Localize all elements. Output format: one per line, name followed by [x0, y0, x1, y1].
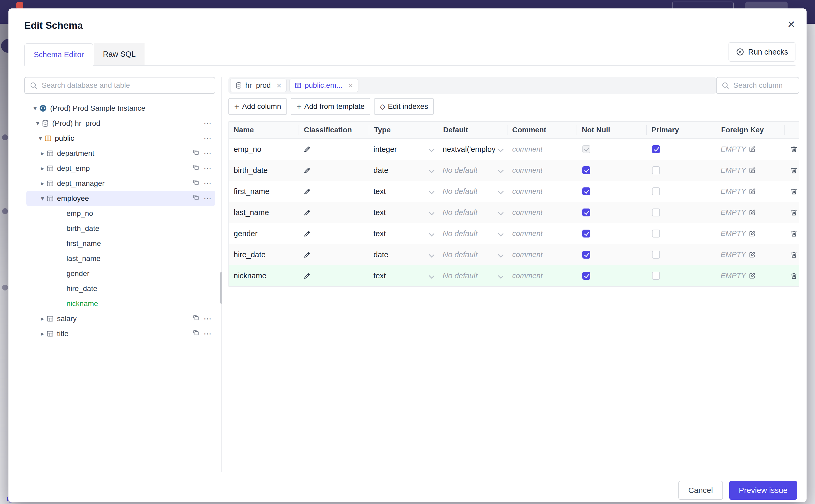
default-select[interactable]: No default — [438, 244, 507, 265]
type-select[interactable]: date — [369, 160, 438, 181]
more-icon[interactable]: ⋯ — [204, 194, 212, 203]
more-icon[interactable]: ⋯ — [204, 314, 212, 323]
copy-icon[interactable] — [192, 149, 199, 158]
default-select[interactable]: nextval('employ — [438, 139, 507, 160]
caret-right-icon[interactable]: ▸ — [38, 180, 46, 187]
run-checks-button[interactable]: Run checks — [729, 42, 795, 62]
type-select[interactable]: text — [369, 202, 438, 223]
tree-item-column[interactable]: birth_date — [24, 221, 215, 236]
type-select[interactable]: date — [369, 244, 438, 265]
tree-item-instance[interactable]: ▾ (Prod) Prod Sample Instance — [24, 101, 215, 116]
tree-item-table[interactable]: ▸ dept_manager ⋯ — [24, 176, 215, 191]
caret-right-icon[interactable]: ▸ — [38, 315, 46, 322]
close-icon[interactable]: × — [788, 18, 795, 31]
default-select[interactable]: No default — [438, 181, 507, 202]
edit-pencil-icon[interactable] — [303, 187, 311, 195]
caret-down-icon[interactable]: ▾ — [36, 134, 44, 142]
tree-item-column[interactable]: emp_no — [24, 206, 215, 221]
primary-checkbox[interactable] — [652, 209, 660, 216]
column-name-cell[interactable]: hire_date — [229, 250, 298, 259]
tab-raw-sql[interactable]: Raw SQL — [94, 43, 144, 65]
caret-down-icon[interactable]: ▾ — [38, 195, 46, 202]
type-select[interactable]: text — [369, 265, 438, 286]
more-icon[interactable]: ⋯ — [204, 329, 212, 338]
not-null-checkbox[interactable] — [582, 209, 590, 216]
column-name-cell[interactable]: emp_no — [229, 145, 298, 154]
not-null-checkbox[interactable] — [582, 145, 590, 153]
tree-item-column[interactable]: first_name — [24, 236, 215, 251]
copy-icon[interactable] — [192, 179, 199, 188]
tree-item-database[interactable]: ▾ (Prod) hr_prod ⋯ — [24, 116, 215, 131]
tree-item-column[interactable]: gender — [24, 266, 215, 281]
primary-checkbox[interactable] — [652, 166, 660, 174]
edit-square-icon[interactable] — [749, 272, 756, 279]
close-icon[interactable]: × — [277, 81, 282, 90]
edit-indexes-button[interactable]: ◇ Edit indexes — [374, 98, 434, 115]
default-select[interactable]: No default — [438, 223, 507, 244]
edit-square-icon[interactable] — [749, 167, 756, 174]
more-icon[interactable]: ⋯ — [204, 134, 212, 143]
tree-item-table[interactable]: ▸ department ⋯ — [24, 146, 215, 161]
type-select[interactable]: text — [369, 181, 438, 202]
not-null-checkbox[interactable] — [582, 166, 590, 174]
default-select[interactable]: No default — [438, 202, 507, 223]
type-select[interactable]: integer — [369, 139, 438, 160]
tree-item-column[interactable]: hire_date — [24, 281, 215, 296]
column-name-cell[interactable]: gender — [229, 229, 298, 238]
default-select[interactable]: No default — [438, 160, 507, 181]
tree-item-table-selected[interactable]: ▾ employee ⋯ — [26, 191, 215, 206]
tab-schema-editor[interactable]: Schema Editor — [24, 43, 93, 66]
cancel-button[interactable]: Cancel — [678, 481, 723, 500]
edit-pencil-icon[interactable] — [303, 272, 311, 280]
tree-item-table[interactable]: ▸ title ⋯ — [24, 326, 215, 341]
caret-down-icon[interactable]: ▾ — [31, 104, 39, 112]
primary-checkbox[interactable] — [652, 251, 660, 259]
close-icon[interactable]: × — [348, 81, 353, 90]
divider-handle[interactable] — [220, 272, 222, 304]
edit-pencil-icon[interactable] — [303, 209, 311, 216]
copy-icon[interactable] — [192, 314, 199, 323]
edit-pencil-icon[interactable] — [303, 166, 311, 174]
caret-right-icon[interactable]: ▸ — [38, 164, 46, 172]
add-column-button[interactable]: + Add column — [228, 98, 287, 115]
tree-item-column[interactable]: last_name — [24, 251, 215, 266]
primary-checkbox[interactable] — [652, 272, 660, 280]
comment-input[interactable] — [512, 271, 566, 280]
tree-search-input[interactable] — [24, 77, 215, 94]
column-name-cell[interactable]: first_name — [229, 187, 298, 196]
caret-right-icon[interactable]: ▸ — [38, 149, 46, 157]
caret-down-icon[interactable]: ▾ — [34, 119, 42, 127]
tree-item-table[interactable]: ▸ dept_emp ⋯ — [24, 161, 215, 176]
copy-icon[interactable] — [192, 164, 199, 173]
primary-checkbox[interactable] — [652, 187, 660, 195]
edit-pencil-icon[interactable] — [303, 145, 311, 153]
comment-input[interactable] — [512, 208, 566, 217]
comment-input[interactable] — [512, 229, 566, 238]
more-icon[interactable]: ⋯ — [204, 119, 212, 128]
not-null-checkbox[interactable] — [582, 251, 590, 259]
edit-square-icon[interactable] — [749, 188, 756, 195]
tree-item-schema[interactable]: ▾ public ⋯ — [24, 131, 215, 146]
not-null-checkbox[interactable] — [582, 272, 590, 280]
primary-checkbox[interactable] — [652, 230, 660, 238]
trash-icon[interactable] — [789, 272, 799, 280]
trash-icon[interactable] — [789, 166, 799, 174]
comment-input[interactable] — [512, 166, 566, 175]
edit-square-icon[interactable] — [749, 230, 756, 237]
column-name-cell[interactable]: nickname — [229, 272, 298, 280]
edit-square-icon[interactable] — [749, 251, 756, 258]
trash-icon[interactable] — [789, 145, 799, 153]
trash-icon[interactable] — [789, 187, 799, 195]
tree-item-table[interactable]: ▸ salary ⋯ — [24, 311, 215, 326]
add-from-template-button[interactable]: + Add from template — [291, 98, 370, 115]
trash-icon[interactable] — [789, 251, 799, 259]
copy-icon[interactable] — [192, 329, 199, 338]
type-select[interactable]: text — [369, 223, 438, 244]
column-name-cell[interactable]: birth_date — [229, 166, 298, 175]
preview-issue-button[interactable]: Preview issue — [729, 481, 797, 500]
tree-item-column-new[interactable]: nickname — [24, 296, 215, 311]
edit-pencil-icon[interactable] — [303, 230, 311, 238]
not-null-checkbox[interactable] — [582, 230, 590, 238]
trash-icon[interactable] — [789, 230, 799, 238]
more-icon[interactable]: ⋯ — [204, 149, 212, 158]
